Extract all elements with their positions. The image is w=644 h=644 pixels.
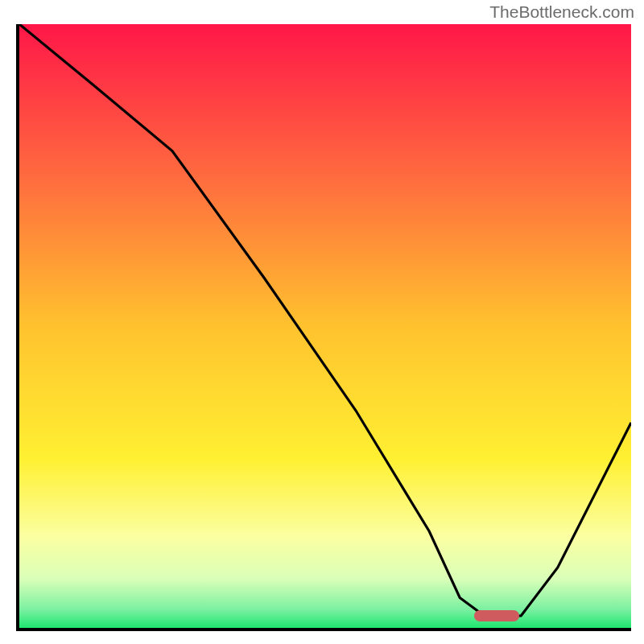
optimal-marker <box>474 610 519 621</box>
watermark-text: TheBottleneck.com <box>489 2 634 22</box>
plot-area <box>16 24 631 631</box>
chart-curve <box>19 24 631 628</box>
